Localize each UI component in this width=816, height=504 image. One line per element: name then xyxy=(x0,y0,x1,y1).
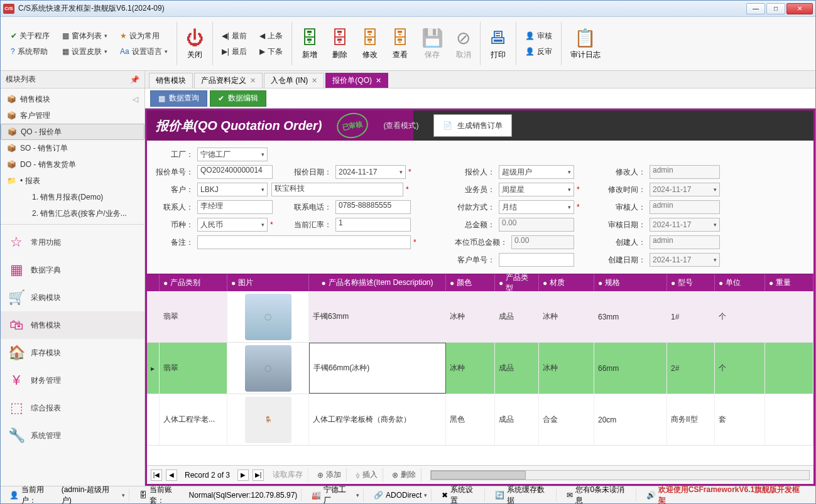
grid-row[interactable]: 人体工程学老... 🪑 人体工程学老板椅（商务款） 黑色 成品 合金 20cm … xyxy=(147,394,813,446)
subtab-query[interactable]: ▦数据查询 xyxy=(150,90,207,107)
col-ptype[interactable]: ●产品类型 xyxy=(495,274,539,291)
edit-button[interactable]: 🗄修改 xyxy=(355,18,385,69)
tab-quotation[interactable]: 报价单(QO)✕ xyxy=(325,73,388,88)
read-stock-button[interactable]: 读取库存 xyxy=(268,468,308,481)
product-image: ◯ xyxy=(245,345,291,392)
status-messages[interactable]: ✉您有0条未读消息 xyxy=(563,489,636,501)
maximize-button[interactable]: □ xyxy=(766,3,785,14)
nav-first-button[interactable]: |◀ xyxy=(151,469,162,481)
close-icon[interactable]: ✕ xyxy=(376,77,381,85)
about-button[interactable]: ✔关于程序 xyxy=(8,29,52,43)
phone-field[interactable]: 0785-88885555 xyxy=(335,200,411,214)
col-color[interactable]: ●颜色 xyxy=(446,274,495,291)
mod-reports[interactable]: ⬚综合报表 xyxy=(1,394,144,422)
rate-field[interactable]: 1 xyxy=(335,218,411,232)
nav-next-button[interactable]: ▶ xyxy=(237,469,249,481)
mod-data-dict[interactable]: ▦数据字典 xyxy=(1,256,144,284)
sales-field[interactable]: 周星星▾ xyxy=(499,183,574,196)
col-weight[interactable]: ●重量 xyxy=(765,274,813,291)
tab-in-warehouse[interactable]: 入仓单 (IN)✕ xyxy=(264,73,324,88)
delete-button[interactable]: 🗄删除 xyxy=(325,18,355,69)
window-title: C/S系统快速开发框架-旗舰版V6.1(2024-09) xyxy=(18,3,746,14)
mod-favorites[interactable]: ☆常用功能 xyxy=(1,228,144,256)
nav-last-button[interactable]: ▶| xyxy=(253,469,264,481)
docno-field[interactable]: QO202400000014 xyxy=(197,165,273,179)
print-button[interactable]: 🖶打印 xyxy=(483,18,513,69)
tree-reports[interactable]: 📁• 报表 xyxy=(1,173,144,189)
col-desc[interactable]: ●产品名称描述(Item Description) xyxy=(309,274,446,291)
first-record-button[interactable]: ◀|最前 xyxy=(219,29,249,43)
total-field: 0.00 xyxy=(499,218,574,232)
col-image[interactable]: ●图片 xyxy=(227,274,309,291)
grid-row-selected[interactable]: ▸ 翡翠 ◯ 手镯66mm(冰种) 冰种 成品 冰种 66mm 2# 个 xyxy=(147,343,813,394)
mod-system[interactable]: 🔧系统管理 xyxy=(1,422,144,449)
help-button[interactable]: ?系统帮助 xyxy=(8,45,52,58)
approve-button[interactable]: 👤审核 xyxy=(523,29,555,43)
status-bar: 👤当前用户：(admin-超级用户)▾ 🗄当前账套：Normal(SqlServ… xyxy=(1,486,815,503)
col-material[interactable]: ●材质 xyxy=(539,274,594,291)
tree-qo-quotation[interactable]: 📦QO - 报价单 xyxy=(1,124,144,140)
view-button[interactable]: 🗄查看 xyxy=(385,18,415,69)
col-spec[interactable]: ●规格 xyxy=(594,274,667,291)
mod-finance[interactable]: ¥财务管理 xyxy=(1,367,144,394)
status-user[interactable]: 👤当前用户：(admin-超级用户)▾ xyxy=(6,489,129,501)
app-icon: C/S xyxy=(3,4,14,14)
tree-sales-module[interactable]: 📦销售模块◁ xyxy=(1,91,144,107)
cust-code-field[interactable]: LBKJ▾ xyxy=(197,183,268,196)
mod-sales[interactable]: 🛍销售模块 xyxy=(1,311,144,339)
window-list-button[interactable]: ▦窗体列表▾ xyxy=(60,29,110,43)
status-factory[interactable]: 🏭宁德工厂▾ xyxy=(308,489,364,501)
minimize-button[interactable]: — xyxy=(746,3,765,14)
language-button[interactable]: Aa设置语言▾ xyxy=(117,45,170,58)
add-row-button[interactable]: ⊕添加 xyxy=(312,468,347,481)
audit-log-button[interactable]: 📋审计日志 xyxy=(564,18,607,69)
tree-so-order[interactable]: 📦SO - 销售订单 xyxy=(1,140,144,156)
insert-row-button[interactable]: ⎀插入 xyxy=(351,468,383,481)
status-cache[interactable]: 🔄系统缓存数据 xyxy=(491,489,557,501)
generate-sales-order-button[interactable]: 📄生成销售订单 xyxy=(433,114,512,137)
tree-report-monthly[interactable]: 1. 销售月报表(Demo) xyxy=(1,189,144,205)
tab-product-def[interactable]: 产品资料定义✕ xyxy=(194,73,263,88)
close-button[interactable]: ✕ xyxy=(786,3,813,14)
nav-prev-button[interactable]: ◀ xyxy=(166,469,177,481)
payment-field[interactable]: 月结▾ xyxy=(499,200,574,214)
record-indicator: Record 2 of 3 xyxy=(181,471,234,480)
mod-inventory[interactable]: 🏠库存模块 xyxy=(1,339,144,367)
grid-row[interactable]: 翡翠 ◯ 手镯63mm 冰种 成品 冰种 63mm 1# 个 xyxy=(147,291,813,343)
tree-customer-mgmt[interactable]: 📦客户管理 xyxy=(1,107,144,124)
cust-name-field[interactable]: 联宝科技 xyxy=(271,183,403,196)
date-field[interactable]: 2024-11-17▾ xyxy=(335,165,406,179)
status-ado[interactable]: 🔗ADODirect▾ xyxy=(370,489,432,501)
close-window-button[interactable]: ⏻关闭 xyxy=(180,18,210,69)
last-record-button[interactable]: ▶|最后 xyxy=(219,45,249,58)
next-record-button[interactable]: ▶下条 xyxy=(257,45,285,58)
col-model[interactable]: ●型号 xyxy=(667,274,715,291)
set-default-button[interactable]: ★设为常用 xyxy=(117,29,170,43)
skin-button[interactable]: ▦设置皮肤▾ xyxy=(60,45,110,58)
close-icon[interactable]: ✕ xyxy=(250,77,256,85)
status-settings[interactable]: ✖系统设置 xyxy=(438,489,485,501)
horizontal-scrollbar[interactable] xyxy=(430,470,810,480)
col-category[interactable]: ●产品类别 xyxy=(160,274,227,291)
tree-report-summary[interactable]: 2. 销售汇总表(按客户/业务... xyxy=(1,205,144,222)
pin-icon[interactable]: 📌 xyxy=(130,75,139,84)
prev-record-button[interactable]: ◀上条 xyxy=(257,29,285,43)
form-header: 报价单(QO Quotation Order) 已审核 (查看模式) 📄生成销售… xyxy=(147,110,813,141)
custno-field[interactable] xyxy=(499,253,574,267)
form-area: 工厂：宁德工厂▾ 报价单号：QO202400000014 报价日期：2024-1… xyxy=(147,141,813,274)
subtab-edit[interactable]: ✔数据编辑 xyxy=(210,90,266,107)
tab-sales-module[interactable]: 销售模块 xyxy=(149,73,193,88)
tree-do-delivery[interactable]: 📦DO - 销售发货单 xyxy=(1,156,144,173)
quoter-field[interactable]: 超级用户▾ xyxy=(499,165,574,179)
cancel-button: ⊘取消 xyxy=(450,18,477,69)
currency-field[interactable]: 人民币▾ xyxy=(197,218,268,232)
close-icon[interactable]: ✕ xyxy=(312,77,317,85)
col-unit[interactable]: ●单位 xyxy=(715,274,765,291)
add-button[interactable]: 🗄新增 xyxy=(295,18,325,69)
contact-field[interactable]: 李经理 xyxy=(197,200,273,214)
delete-row-button[interactable]: ⊗删除 xyxy=(387,468,422,481)
mod-purchase[interactable]: 🛒采购模块 xyxy=(1,284,144,311)
unapprove-button[interactable]: 👤反审 xyxy=(523,45,555,58)
remark-field[interactable] xyxy=(197,235,411,249)
factory-select[interactable]: 宁德工厂▾ xyxy=(197,147,268,161)
